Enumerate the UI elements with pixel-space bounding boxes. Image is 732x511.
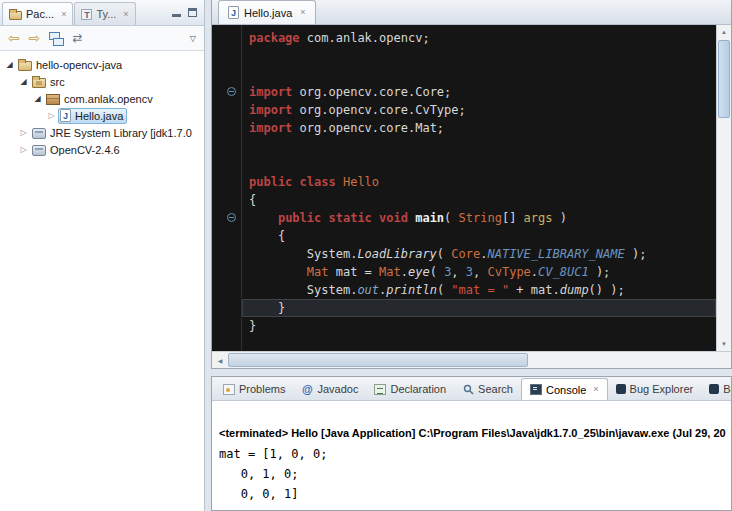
scroll-down-icon[interactable]: ▼ bbox=[717, 337, 731, 351]
tree-item-content[interactable]: src bbox=[30, 74, 69, 90]
tab-bug-explorer[interactable]: Bug Explorer bbox=[608, 378, 702, 400]
console-process-header: <terminated> Hello [Java Application] C:… bbox=[219, 427, 731, 439]
tree-item-hello-opencv-java[interactable]: ◢hello-opencv-java bbox=[0, 56, 204, 73]
collapse-arrow-icon[interactable]: ◢ bbox=[31, 95, 44, 103]
code-token: Mat bbox=[307, 265, 329, 279]
code-line-11[interactable]: public static void main( String[] args ) bbox=[242, 209, 716, 227]
library-icon bbox=[32, 145, 46, 156]
scroll-left-icon[interactable]: ◀ bbox=[212, 352, 228, 368]
code-token: String bbox=[459, 211, 502, 225]
collapse-arrow-icon[interactable]: ◢ bbox=[3, 61, 16, 69]
code-token: [] bbox=[502, 211, 524, 225]
forward-icon[interactable]: ⇨ bbox=[29, 31, 41, 45]
code-token: dump bbox=[560, 283, 589, 297]
code-line-10[interactable]: { bbox=[242, 191, 716, 209]
expand-arrow-icon[interactable]: ▷ bbox=[45, 112, 58, 120]
code-line-14[interactable]: Mat mat = Mat.eye( 3, 3, CvType.CV_8UC1 … bbox=[242, 263, 716, 281]
code-line-3[interactable] bbox=[242, 65, 716, 83]
bug-icon bbox=[709, 384, 719, 394]
code-token: org.opencv.core.CvType; bbox=[292, 103, 465, 117]
code-token: } bbox=[249, 319, 256, 333]
link-with-editor-icon[interactable]: ⇄ bbox=[72, 32, 82, 44]
left-view-tabbar: Pac... × T Ty... × bbox=[0, 0, 204, 26]
close-icon[interactable]: × bbox=[123, 10, 128, 19]
code-line-4[interactable]: import org.opencv.core.Core; bbox=[242, 83, 716, 101]
tree-item-hello-java[interactable]: ▷JHello.java bbox=[0, 107, 204, 124]
code-token: ( bbox=[430, 265, 444, 279]
search-icon bbox=[462, 384, 474, 395]
horizontal-scroll-thumb[interactable] bbox=[228, 353, 528, 367]
code-line-16[interactable]: } bbox=[242, 299, 716, 317]
tab-label: Javadoc bbox=[317, 383, 358, 395]
tab-package-explorer[interactable]: Pac... × bbox=[2, 2, 73, 25]
code-token: import bbox=[249, 103, 292, 117]
code-line-8[interactable] bbox=[242, 155, 716, 173]
code-line-9[interactable]: public class Hello bbox=[242, 173, 716, 191]
tab-bug[interactable]: Bug bbox=[701, 378, 731, 400]
console-view[interactable]: <terminated> Hello [Java Application] C:… bbox=[212, 401, 731, 510]
close-icon[interactable]: × bbox=[300, 8, 305, 17]
vertical-scroll-thumb[interactable] bbox=[718, 40, 730, 118]
horizontal-scrollbar[interactable]: ◀ bbox=[212, 351, 731, 368]
horizontal-sash[interactable] bbox=[211, 369, 732, 376]
vertical-scrollbar[interactable]: ▲ ▼ bbox=[716, 25, 731, 351]
editor-tab-hello-java[interactable]: J Hello.java × bbox=[218, 0, 316, 24]
tree-item-content[interactable]: hello-opencv-java bbox=[16, 57, 126, 73]
code-line-15[interactable]: System.out.println( "mat = " + mat.dump(… bbox=[242, 281, 716, 299]
tree-item-src[interactable]: ◢src bbox=[0, 73, 204, 90]
expand-arrow-icon[interactable]: ▷ bbox=[17, 129, 30, 137]
project-tree: ◢hello-opencv-java◢src◢com.anlak.opencv▷… bbox=[0, 51, 204, 158]
tab-label: Declaration bbox=[390, 383, 446, 395]
tab-type-hierarchy[interactable]: T Ty... × bbox=[74, 2, 135, 25]
code-token: ( bbox=[437, 283, 451, 297]
tree-item-content[interactable]: OpenCV-2.4.6 bbox=[30, 142, 124, 158]
view-menu-icon[interactable]: ▽ bbox=[190, 34, 196, 43]
collapse-all-icon[interactable] bbox=[49, 32, 63, 45]
tree-item-opencv-2-4-6[interactable]: ▷OpenCV-2.4.6 bbox=[0, 141, 204, 158]
code-token: () ); bbox=[589, 283, 625, 297]
code-token: out bbox=[357, 283, 379, 297]
tab-console[interactable]: Console× bbox=[521, 378, 608, 400]
code-area[interactable]: package com.anlak.opencv;import org.open… bbox=[242, 25, 716, 351]
tab-javadoc[interactable]: @Javadoc bbox=[293, 378, 366, 400]
package-explorer-toolbar: ⇦ ⇨ ⇄ ▽ bbox=[0, 26, 204, 51]
code-token: NATIVE_LIBRARY_NAME bbox=[487, 247, 624, 261]
code-token: . bbox=[531, 265, 538, 279]
collapse-arrow-icon[interactable]: ◢ bbox=[17, 78, 30, 86]
tree-item-content[interactable]: JHello.java bbox=[58, 108, 127, 124]
tree-item-com-anlak-opencv[interactable]: ◢com.anlak.opencv bbox=[0, 90, 204, 107]
console-output: mat = [1, 0, 0; 0, 1, 0; 0, 0, 1] bbox=[219, 444, 731, 504]
tree-item-content[interactable]: com.anlak.opencv bbox=[44, 91, 157, 107]
code-line-1[interactable]: package com.anlak.opencv; bbox=[242, 29, 716, 47]
code-token: ); bbox=[589, 265, 611, 279]
code-line-6[interactable]: import org.opencv.core.Mat; bbox=[242, 119, 716, 137]
close-icon[interactable]: × bbox=[61, 10, 66, 19]
bug-icon bbox=[616, 384, 626, 394]
code-line-12[interactable]: { bbox=[242, 227, 716, 245]
package-icon bbox=[46, 94, 60, 105]
fold-collapse-icon[interactable] bbox=[227, 87, 236, 96]
back-icon[interactable]: ⇦ bbox=[8, 31, 20, 45]
console-output-line: mat = [1, 0, 0; bbox=[219, 444, 731, 464]
code-token: ( bbox=[444, 211, 458, 225]
close-icon[interactable]: × bbox=[593, 385, 598, 394]
tree-item-label: src bbox=[50, 76, 65, 88]
code-token: args bbox=[524, 211, 553, 225]
code-line-17[interactable]: } bbox=[242, 317, 716, 335]
tab-problems[interactable]: Problems bbox=[215, 378, 293, 400]
code-line-5[interactable]: import org.opencv.core.CvType; bbox=[242, 101, 716, 119]
code-line-2[interactable] bbox=[242, 47, 716, 65]
tab-label: Bug bbox=[723, 383, 731, 395]
minimize-icon[interactable] bbox=[172, 9, 181, 17]
tree-item-content[interactable]: JRE System Library [jdk1.7.0 bbox=[30, 125, 196, 141]
code-line-13[interactable]: System.LoadLibrary( Core.NATIVE_LIBRARY_… bbox=[242, 245, 716, 263]
code-line-7[interactable] bbox=[242, 137, 716, 155]
editor-area: J Hello.java × package com.anlak.opencv;… bbox=[211, 0, 732, 369]
fold-collapse-icon[interactable] bbox=[227, 213, 236, 222]
tab-declaration[interactable]: Declaration bbox=[366, 378, 454, 400]
tree-item-jre-system-library-jdk1-7-0[interactable]: ▷JRE System Library [jdk1.7.0 bbox=[0, 124, 204, 141]
tab-search[interactable]: Search bbox=[454, 378, 521, 400]
scroll-up-icon[interactable]: ▲ bbox=[717, 25, 731, 39]
maximize-icon[interactable] bbox=[188, 8, 197, 17]
expand-arrow-icon[interactable]: ▷ bbox=[17, 146, 30, 154]
